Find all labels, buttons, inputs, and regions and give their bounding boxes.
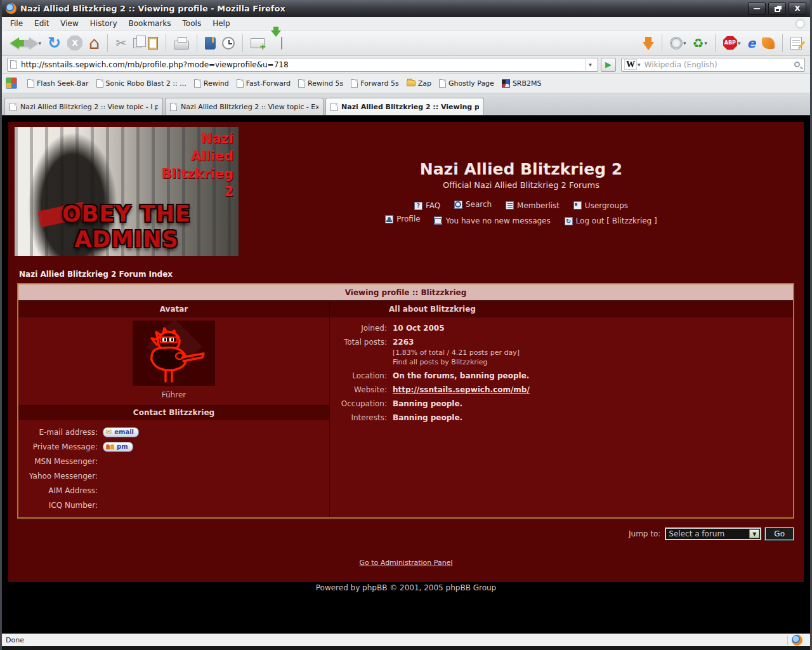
back-button[interactable]: ▾: [7, 32, 26, 54]
bookmark-item-srb2ms[interactable]: SRB2MS: [498, 77, 546, 90]
site-subtitle: Official Nazi Allied Blitzkrieg 2 Forums: [239, 180, 804, 190]
wikipedia-icon[interactable]: W: [624, 59, 637, 70]
foxytunes-button[interactable]: [759, 32, 778, 54]
paste-button[interactable]: [145, 32, 161, 54]
menu-view[interactable]: View: [55, 18, 84, 29]
about-label: Website:: [330, 385, 387, 394]
contact-row-pm: Private Message: pm: [18, 439, 329, 454]
title-bar: Nazi Allied Blitzkrieg 2 :: Viewing prof…: [2, 0, 810, 17]
print-button[interactable]: [171, 32, 192, 54]
forum-select[interactable]: Select a forum ▼: [665, 527, 761, 540]
about-value: Banning people.: [393, 413, 462, 422]
toolbar-separator: [197, 34, 197, 52]
menu-history[interactable]: History: [84, 18, 123, 29]
reload-button[interactable]: ↻: [44, 32, 64, 54]
ie-view-button[interactable]: e: [743, 32, 759, 54]
firefox-status-icon[interactable]: [792, 635, 802, 646]
bookmarks-button[interactable]: [202, 32, 219, 54]
forward-arrow-icon: [29, 37, 38, 49]
bookmark-item[interactable]: Forward 5s: [347, 77, 402, 90]
menu-help[interactable]: Help: [207, 18, 235, 29]
go-button[interactable]: ▶: [601, 58, 616, 72]
stop-icon: X: [67, 36, 82, 51]
window-bottom-edge: [2, 646, 810, 650]
bookmark-page-icon: [27, 79, 34, 88]
bookmark-item[interactable]: Rewind 5s: [294, 77, 347, 90]
profile-icon: [385, 215, 393, 223]
url-field[interactable]: http://ssntails.sepwich.com/mb/profile.p…: [7, 58, 598, 72]
profile-link[interactable]: Profile: [385, 215, 420, 223]
bookmark-item[interactable]: Sonic Robo Blast 2 :: ...: [93, 77, 190, 90]
forward-button[interactable]: ▾: [26, 32, 45, 54]
email-button[interactable]: ✉email: [103, 427, 139, 437]
avatar-column-header: Avatar: [18, 301, 330, 317]
download-page-button[interactable]: [268, 32, 285, 54]
forum-select-value: Select a forum: [666, 529, 749, 538]
copy-button[interactable]: [130, 32, 145, 54]
jump-go-button[interactable]: Go: [765, 527, 794, 540]
contact-label: ICQ Number:: [18, 501, 98, 510]
status-text: Done: [6, 636, 783, 644]
greasemonkey-dropdown[interactable]: ▾: [683, 40, 686, 46]
greasemonkey-button[interactable]: ▾: [667, 32, 690, 54]
post-percentage-note: [1.83% of total / 4.21 posts per day]: [393, 348, 520, 357]
adblock-dropdown[interactable]: ▾: [738, 40, 741, 46]
search-field[interactable]: W ▾ Wikipedia (English): [621, 58, 805, 72]
menu-bar: File Edit View History Bookmarks Tools H…: [2, 17, 810, 30]
forum-nav-row-2: Profile You have no new messages Log out…: [239, 215, 804, 225]
bookmark-folder-zap[interactable]: Zap: [403, 77, 435, 90]
memberlist-link[interactable]: Memberlist: [506, 201, 560, 210]
reload-icon: ↻: [48, 35, 61, 51]
location-bar-row: http://ssntails.sepwich.com/mb/profile.p…: [2, 56, 810, 74]
menu-edit[interactable]: Edit: [29, 18, 55, 29]
download-manager-button[interactable]: [639, 32, 657, 54]
menu-bookmarks[interactable]: Bookmarks: [123, 18, 177, 29]
administration-panel-link[interactable]: Go to Administration Panel: [360, 559, 453, 567]
menu-file[interactable]: File: [4, 18, 29, 29]
browser-window: Nazi Allied Blitzkrieg 2 :: Viewing prof…: [0, 0, 812, 650]
tab-3-active[interactable]: Nazi Allied Blitzkrieg 2 :: Viewing pro.…: [325, 98, 484, 115]
menu-tools[interactable]: Tools: [177, 18, 207, 29]
home-button[interactable]: ⌂: [86, 32, 103, 54]
search-icon[interactable]: [794, 62, 800, 67]
logout-link[interactable]: Log out [ Blitzzkrieg ]: [565, 216, 657, 225]
close-button[interactable]: X: [789, 3, 806, 15]
url-history-dropdown[interactable]: ▾: [585, 59, 595, 70]
search-link[interactable]: Search: [454, 200, 492, 209]
messages-link[interactable]: You have no new messages: [434, 216, 550, 225]
usergroups-link[interactable]: Usergroups: [573, 201, 628, 210]
faq-link[interactable]: ?FAQ: [414, 201, 440, 210]
pm-button[interactable]: pm: [103, 442, 133, 452]
website-link[interactable]: http://ssntails.sepwich.com/mb/: [393, 385, 530, 394]
new-tab-button[interactable]: [247, 32, 268, 54]
search-placeholder[interactable]: Wikipedia (English): [645, 60, 794, 69]
adblock-button[interactable]: ABP▾: [720, 32, 744, 54]
stop-button[interactable]: X: [64, 32, 86, 54]
contact-row-aim: AIM Address:: [18, 483, 329, 498]
trash-dropdown[interactable]: ▾: [704, 40, 707, 46]
bookmark-item[interactable]: Ghostly Page: [435, 77, 498, 90]
url-text[interactable]: http://ssntails.sepwich.com/mb/profile.p…: [21, 60, 585, 69]
search-engine-dropdown[interactable]: ▾: [638, 62, 641, 68]
notes-button[interactable]: [787, 32, 805, 54]
select-dropdown-icon[interactable]: ▼: [749, 529, 759, 538]
forum-banner-image[interactable]: Nazi Allied Blitzkrieg 2 OBEY THE ADMINS: [15, 127, 239, 256]
trash-button[interactable]: ♻▾: [689, 32, 710, 54]
minimize-button[interactable]: —: [748, 3, 766, 15]
bookmark-item[interactable]: Flash Seek-Bar: [23, 77, 93, 90]
restore-button[interactable]: [768, 3, 786, 15]
forum-index-link[interactable]: Nazi Allied Blitzkrieg 2 Forum Index: [19, 270, 804, 279]
bookmark-item[interactable]: Fast-Forward: [233, 77, 294, 90]
page-icon: [10, 60, 17, 69]
bookmarks-grid-icon[interactable]: [6, 77, 17, 89]
contact-rows: E-mail address: ✉email Private Message: …: [18, 420, 329, 517]
cut-button[interactable]: ✂: [112, 32, 130, 54]
forward-dropdown[interactable]: ▾: [39, 40, 42, 46]
history-button[interactable]: [219, 32, 238, 54]
tab-1[interactable]: Nazi Allied Blitzkrieg 2 :: View topic -…: [4, 98, 163, 115]
find-all-posts-link[interactable]: Find all posts by Blitzzkrieg: [393, 358, 520, 366]
home-icon: ⌂: [89, 34, 100, 51]
tab-2[interactable]: Nazi Allied Blitzkrieg 2 :: View topic -…: [165, 98, 324, 115]
bookmark-item[interactable]: Rewind: [190, 77, 233, 90]
bookmark-label: Rewind: [204, 79, 229, 88]
